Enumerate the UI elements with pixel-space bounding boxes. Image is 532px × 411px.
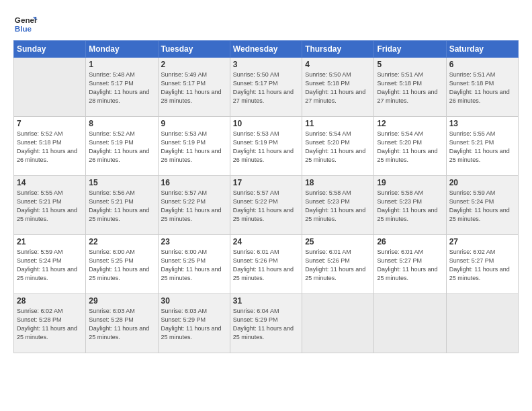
day-info: Sunrise: 5:50 AMSunset: 5:18 PMDaylight:…: [305, 71, 371, 105]
calendar-cell: 4Sunrise: 5:50 AMSunset: 5:18 PMDaylight…: [302, 58, 374, 117]
calendar-cell: 2Sunrise: 5:49 AMSunset: 5:17 PMDaylight…: [158, 58, 230, 117]
day-number: 7: [17, 119, 83, 128]
day-info: Sunrise: 5:57 AMSunset: 5:22 PMDaylight:…: [161, 189, 227, 224]
page: General Blue SundayMondayTuesdayWednesda…: [0, 0, 532, 411]
calendar-cell: 3Sunrise: 5:50 AMSunset: 5:17 PMDaylight…: [230, 58, 302, 117]
calendar-cell: [374, 294, 446, 353]
calendar-cell: 23Sunrise: 6:00 AMSunset: 5:25 PMDayligh…: [158, 235, 230, 294]
day-info: Sunrise: 5:57 AMSunset: 5:22 PMDaylight:…: [233, 189, 299, 224]
day-number: 24: [233, 237, 299, 246]
calendar-cell: 21Sunrise: 5:59 AMSunset: 5:24 PMDayligh…: [14, 235, 86, 294]
day-info: Sunrise: 5:55 AMSunset: 5:21 PMDaylight:…: [449, 130, 515, 165]
day-number: 27: [449, 237, 515, 246]
day-info: Sunrise: 5:58 AMSunset: 5:23 PMDaylight:…: [377, 189, 443, 224]
day-info: Sunrise: 6:02 AMSunset: 5:27 PMDaylight:…: [449, 248, 515, 283]
weekday-header-saturday: Saturday: [446, 41, 518, 58]
day-info: Sunrise: 5:55 AMSunset: 5:21 PMDaylight:…: [17, 189, 83, 224]
day-info: Sunrise: 5:59 AMSunset: 5:24 PMDaylight:…: [449, 189, 515, 224]
calendar-cell: 19Sunrise: 5:58 AMSunset: 5:23 PMDayligh…: [374, 176, 446, 235]
day-info: Sunrise: 5:52 AMSunset: 5:18 PMDaylight:…: [17, 130, 83, 165]
calendar-cell: 28Sunrise: 6:02 AMSunset: 5:28 PMDayligh…: [14, 294, 86, 353]
day-number: 19: [377, 178, 443, 187]
calendar-cell: 14Sunrise: 5:55 AMSunset: 5:21 PMDayligh…: [14, 176, 86, 235]
day-number: 28: [17, 296, 83, 306]
calendar-week-row: 21Sunrise: 5:59 AMSunset: 5:24 PMDayligh…: [14, 235, 519, 294]
day-info: Sunrise: 5:54 AMSunset: 5:20 PMDaylight:…: [377, 130, 443, 165]
calendar-cell: 25Sunrise: 6:01 AMSunset: 5:26 PMDayligh…: [302, 235, 374, 294]
calendar-cell: 13Sunrise: 5:55 AMSunset: 5:21 PMDayligh…: [446, 117, 518, 176]
day-number: 12: [377, 119, 443, 128]
day-info: Sunrise: 5:49 AMSunset: 5:17 PMDaylight:…: [161, 71, 227, 105]
day-number: 3: [233, 60, 299, 69]
day-info: Sunrise: 5:59 AMSunset: 5:24 PMDaylight:…: [17, 248, 83, 283]
day-number: 9: [161, 119, 227, 128]
day-info: Sunrise: 5:54 AMSunset: 5:20 PMDaylight:…: [305, 130, 371, 165]
calendar-cell: [14, 58, 86, 117]
day-number: 14: [17, 178, 83, 187]
calendar-cell: 18Sunrise: 5:58 AMSunset: 5:23 PMDayligh…: [302, 176, 374, 235]
day-info: Sunrise: 5:51 AMSunset: 5:18 PMDaylight:…: [449, 71, 515, 105]
day-number: 30: [161, 296, 227, 306]
calendar-cell: 7Sunrise: 5:52 AMSunset: 5:18 PMDaylight…: [14, 117, 86, 176]
calendar-cell: 8Sunrise: 5:52 AMSunset: 5:19 PMDaylight…: [86, 117, 158, 176]
weekday-header-wednesday: Wednesday: [230, 41, 302, 58]
day-number: 11: [305, 119, 371, 128]
calendar-week-row: 7Sunrise: 5:52 AMSunset: 5:18 PMDaylight…: [14, 117, 519, 176]
calendar-cell: 29Sunrise: 6:03 AMSunset: 5:28 PMDayligh…: [86, 294, 158, 353]
day-info: Sunrise: 6:00 AMSunset: 5:25 PMDaylight:…: [89, 248, 154, 283]
calendar-cell: 15Sunrise: 5:56 AMSunset: 5:21 PMDayligh…: [86, 176, 158, 235]
calendar-cell: 26Sunrise: 6:01 AMSunset: 5:27 PMDayligh…: [374, 235, 446, 294]
day-number: 2: [161, 60, 227, 69]
day-number: 29: [89, 296, 154, 306]
calendar-cell: 9Sunrise: 5:53 AMSunset: 5:19 PMDaylight…: [158, 117, 230, 176]
calendar-cell: 30Sunrise: 6:03 AMSunset: 5:29 PMDayligh…: [158, 294, 230, 353]
day-info: Sunrise: 6:03 AMSunset: 5:28 PMDaylight:…: [89, 307, 154, 342]
day-number: 15: [89, 178, 154, 187]
day-number: 10: [233, 119, 299, 128]
calendar-cell: 5Sunrise: 5:51 AMSunset: 5:18 PMDaylight…: [374, 58, 446, 117]
day-number: 6: [449, 60, 515, 69]
day-info: Sunrise: 6:00 AMSunset: 5:25 PMDaylight:…: [161, 248, 227, 283]
day-info: Sunrise: 5:53 AMSunset: 5:19 PMDaylight:…: [233, 130, 299, 165]
day-number: 1: [89, 60, 154, 69]
day-info: Sunrise: 5:56 AMSunset: 5:21 PMDaylight:…: [89, 189, 154, 224]
day-number: 5: [377, 60, 443, 69]
calendar-table: SundayMondayTuesdayWednesdayThursdayFrid…: [13, 40, 519, 353]
calendar-cell: 31Sunrise: 6:04 AMSunset: 5:29 PMDayligh…: [230, 294, 302, 353]
day-number: 13: [449, 119, 515, 128]
svg-text:General: General: [15, 15, 38, 24]
day-info: Sunrise: 6:03 AMSunset: 5:29 PMDaylight:…: [161, 307, 227, 342]
calendar-cell: 24Sunrise: 6:01 AMSunset: 5:26 PMDayligh…: [230, 235, 302, 294]
day-info: Sunrise: 6:01 AMSunset: 5:26 PMDaylight:…: [305, 248, 371, 283]
day-info: Sunrise: 5:50 AMSunset: 5:17 PMDaylight:…: [233, 71, 299, 105]
calendar-cell: 10Sunrise: 5:53 AMSunset: 5:19 PMDayligh…: [230, 117, 302, 176]
calendar-cell: 27Sunrise: 6:02 AMSunset: 5:27 PMDayligh…: [446, 235, 518, 294]
calendar-cell: 22Sunrise: 6:00 AMSunset: 5:25 PMDayligh…: [86, 235, 158, 294]
day-number: 16: [161, 178, 227, 187]
day-number: 18: [305, 178, 371, 187]
calendar-cell: 1Sunrise: 5:48 AMSunset: 5:17 PMDaylight…: [86, 58, 158, 117]
calendar-cell: 20Sunrise: 5:59 AMSunset: 5:24 PMDayligh…: [446, 176, 518, 235]
day-number: 23: [161, 237, 227, 246]
day-number: 25: [305, 237, 371, 246]
calendar-cell: 11Sunrise: 5:54 AMSunset: 5:20 PMDayligh…: [302, 117, 374, 176]
day-number: 31: [233, 296, 299, 306]
svg-text:Blue: Blue: [15, 24, 32, 33]
logo-icon: General Blue: [13, 12, 38, 36]
weekday-header-monday: Monday: [86, 41, 158, 58]
day-info: Sunrise: 6:01 AMSunset: 5:27 PMDaylight:…: [377, 248, 443, 283]
calendar-week-row: 28Sunrise: 6:02 AMSunset: 5:28 PMDayligh…: [14, 294, 519, 353]
calendar-cell: [446, 294, 518, 353]
calendar-week-row: 14Sunrise: 5:55 AMSunset: 5:21 PMDayligh…: [14, 176, 519, 235]
calendar-cell: 16Sunrise: 5:57 AMSunset: 5:22 PMDayligh…: [158, 176, 230, 235]
day-info: Sunrise: 5:58 AMSunset: 5:23 PMDaylight:…: [305, 189, 371, 224]
calendar-week-row: 1Sunrise: 5:48 AMSunset: 5:17 PMDaylight…: [14, 58, 519, 117]
weekday-header-row: SundayMondayTuesdayWednesdayThursdayFrid…: [14, 41, 519, 58]
day-info: Sunrise: 6:02 AMSunset: 5:28 PMDaylight:…: [17, 307, 83, 342]
calendar-cell: 17Sunrise: 5:57 AMSunset: 5:22 PMDayligh…: [230, 176, 302, 235]
day-number: 21: [17, 237, 83, 246]
day-info: Sunrise: 5:53 AMSunset: 5:19 PMDaylight:…: [161, 130, 227, 165]
day-number: 20: [449, 178, 515, 187]
weekday-header-tuesday: Tuesday: [158, 41, 230, 58]
day-number: 22: [89, 237, 154, 246]
